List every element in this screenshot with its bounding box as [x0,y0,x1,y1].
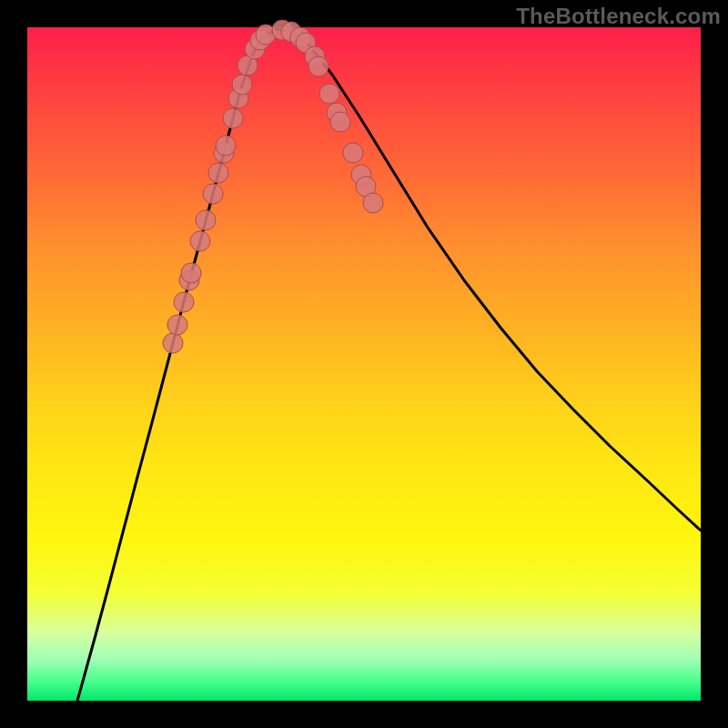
data-point [208,163,228,183]
data-point [203,184,223,204]
data-point [330,112,350,132]
plot-area [27,27,701,701]
data-point [181,263,201,283]
chart-frame: TheBottleneck.com [0,0,728,728]
data-point [190,231,210,251]
data-point [232,75,252,95]
data-point [216,136,236,156]
data-point [363,193,383,213]
data-point [308,56,329,76]
curve-layer [77,29,701,701]
chart-overlay [27,27,701,701]
data-point [343,143,363,163]
data-point [163,333,183,353]
marker-layer [163,20,383,353]
data-point [167,315,187,335]
data-point [196,210,216,230]
data-point [223,108,243,128]
data-point [319,84,339,104]
data-point [174,292,194,312]
bottleneck-curve [77,29,701,701]
watermark-text: TheBottleneck.com [516,4,721,29]
